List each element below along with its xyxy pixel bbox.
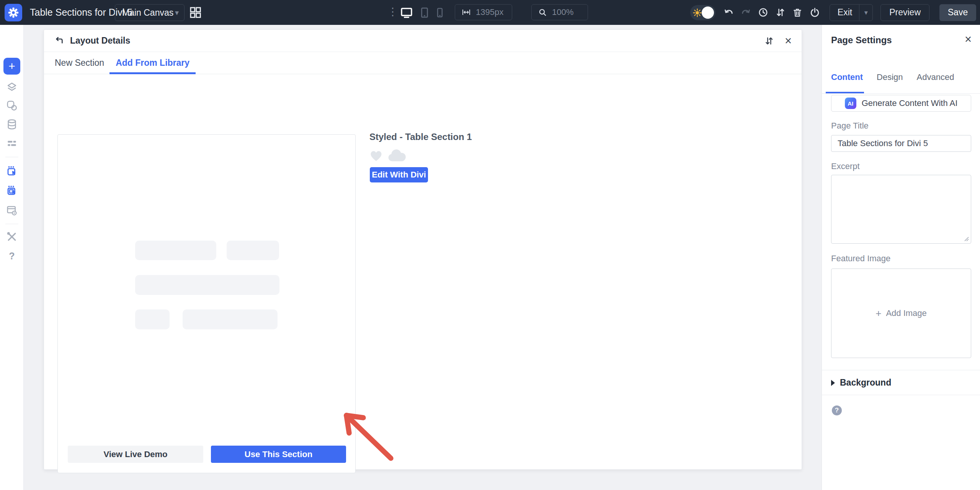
design-presets-button[interactable] [6,100,18,111]
insert-module-icon [6,165,18,177]
portability-button[interactable] [806,0,823,25]
device-phone-button[interactable] [436,0,444,25]
width-arrows-icon [461,8,471,17]
trash-icon [792,8,802,18]
generate-ai-button[interactable]: AI Generate Content With AI [831,95,971,112]
zoom-magnifier-icon [538,8,547,17]
layout-name: Styled - Table Section 1 [369,132,472,142]
power-icon [810,7,820,18]
trash-button[interactable] [789,0,806,25]
skeleton-block [227,241,279,260]
tab-content[interactable]: Content [831,72,863,82]
layout-preview-card: View Live Demo Use This Section [57,134,356,473]
wireframe-view-button[interactable] [6,138,18,149]
panel-divider [822,395,980,395]
skeleton-block [183,309,278,329]
add-image-label: Add Image [886,308,926,318]
triangle-right-icon [831,380,835,386]
modal-tab-bar: New Section Add From Library [44,52,802,74]
layers-button[interactable] [6,81,18,93]
zoom-value: 100% [552,7,573,17]
skeleton-block [135,275,279,295]
canvas-width-input[interactable]: 1395px [455,4,512,20]
exit-chevron-icon[interactable]: ▾ [859,5,872,21]
grid-icon [189,6,201,18]
redo-icon [741,7,751,18]
layers-icon [6,81,18,93]
canvas-selector-dropdown[interactable]: Main Canvas ▾ [115,4,185,21]
undo-button[interactable] [720,0,737,25]
top-bar: Table Sections for Divi 5 Main Canvas ▾ … [0,0,980,25]
tab-advanced[interactable]: Advanced [917,72,954,82]
save-button[interactable]: Save [939,4,976,21]
featured-image-label: Featured Image [831,254,890,264]
kebab-menu-icon[interactable]: ⋮ [387,0,398,25]
use-this-section-button[interactable]: Use This Section [211,446,346,463]
device-desktop-button[interactable] [400,0,413,25]
back-icon[interactable] [54,36,64,46]
database-button[interactable] [6,119,18,130]
page-title-label: Page Title [831,121,869,131]
undo-icon [724,7,734,18]
grid-view-button[interactable] [189,6,201,18]
modal-sort-button[interactable] [764,36,774,46]
tools-button[interactable] [6,231,18,243]
database-icon [6,119,18,130]
tab-new-section[interactable]: New Section [52,52,106,74]
page-settings-panel: Page Settings × Content Design Advanced … [822,25,980,490]
modal-close-icon[interactable]: × [785,36,792,46]
panel-help-button[interactable]: ? [832,405,842,415]
history-button[interactable] [755,0,772,25]
left-sidebar: + [0,25,24,490]
rows-icon [6,138,18,149]
modal-header: Layout Details × [44,30,802,52]
modal-title: Layout Details [70,36,130,46]
sidebar-divider [5,157,18,157]
page-preview-button[interactable] [6,205,18,216]
insert-row-button[interactable] [6,185,18,196]
excerpt-textarea[interactable] [831,175,971,244]
clock-icon [758,7,768,18]
tablet-icon [420,7,430,18]
skeleton-block [135,241,216,260]
exit-button-label[interactable]: Exit [830,5,859,21]
panel-close-icon[interactable]: × [965,33,972,46]
insert-module-button[interactable] [6,165,18,177]
tab-design[interactable]: Design [877,72,903,82]
sort-arrows-icon [775,7,786,18]
gear-icon [8,7,19,18]
tab-add-from-library[interactable]: Add From Library [113,52,192,74]
sun-icon [693,8,702,17]
sort-layers-button[interactable] [772,0,789,25]
layout-meta-icons [370,149,406,162]
canvas-zoom-input[interactable]: 100% [531,4,588,20]
sidebar-help-button[interactable]: ? [6,250,18,262]
heart-icon[interactable] [370,150,382,162]
preview-button[interactable]: Preview [880,4,929,21]
canvas-selector-label: Main Canvas [122,8,173,18]
cloud-icon[interactable] [388,149,406,162]
panel-divider [822,370,980,370]
exit-split-button[interactable]: Exit ▾ [830,4,873,21]
modal-body: View Live Demo Use This Section Styled -… [44,74,802,469]
view-live-demo-button[interactable]: View Live Demo [68,446,203,463]
layout-details-modal: Layout Details × New Section Add From Li… [44,29,802,470]
edit-with-divi-button[interactable]: Edit With Divi [370,167,428,182]
redo-button[interactable] [737,0,755,25]
add-section-button[interactable]: + [3,58,20,75]
device-tablet-button[interactable] [420,0,430,25]
page-title-input[interactable] [831,135,971,152]
insert-row-icon [6,185,18,196]
top-bar-actions: Exit ▾ Preview Save [690,0,976,25]
background-group-toggle[interactable]: Background [831,378,891,388]
panel-divider [822,93,980,94]
divi-logo-button[interactable] [5,4,22,21]
panel-title: Page Settings [831,35,892,46]
generate-ai-label: Generate Content With AI [862,98,958,108]
ai-badge-icon: AI [845,98,856,109]
toggle-knob [702,7,714,19]
window-eye-icon [6,205,18,216]
theme-toggle[interactable] [690,5,715,20]
background-group-label: Background [840,378,891,388]
add-image-dropzone[interactable]: + Add Image [831,269,971,358]
